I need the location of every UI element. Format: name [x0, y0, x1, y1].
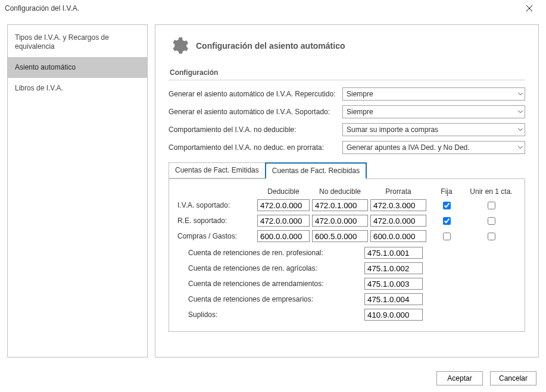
config-select-value-3: Generar apuntes a IVA Ded. y No Ded. [347, 143, 470, 152]
sidebar-item-libros-iva[interactable]: Libros de I.V.A. [8, 78, 147, 99]
grid-header-1: Deducible [257, 187, 310, 196]
config-select-0[interactable]: Siempre [342, 87, 525, 101]
sidebar-item-asiento-automatico[interactable]: Asiento automático [8, 57, 147, 78]
chevron-down-icon [518, 146, 523, 149]
grid-input-0-prorrata[interactable] [370, 199, 426, 211]
grid-row-label-0: I.V.A. soportado: [177, 201, 255, 209]
grid-input-1-noDeducible[interactable] [312, 215, 368, 227]
grid-input-2-prorrata[interactable] [370, 230, 426, 242]
grid-input-1-deducible[interactable] [257, 215, 310, 227]
window-title: Configuración del I.V.A. [5, 4, 517, 12]
ret-label-0: Cuenta de retenciones de ren. profesiona… [177, 249, 356, 257]
ret-input-3[interactable] [364, 293, 423, 305]
config-select-value-2: Sumar su importe a compras [347, 126, 438, 134]
grid-header-2: No deducible [312, 187, 368, 196]
config-label-3: Comportamiento del I.V.A. no deduc. en p… [169, 143, 336, 152]
ret-input-4[interactable] [364, 309, 423, 321]
chevron-down-icon [518, 93, 523, 96]
tab-cuentas-fact-recibidas[interactable]: Cuentas de Fact. Recibidas [265, 162, 367, 179]
ret-label-3: Cuenta de retenciones de empresarios: [177, 295, 356, 303]
grid-input-1-prorrata[interactable] [370, 215, 426, 227]
grid-checkbox-0-fija[interactable] [443, 202, 451, 209]
grid-header-3: Prorrata [370, 187, 426, 196]
ret-label-1: Cuenta de retenciones de ren. agrícolas: [177, 264, 356, 272]
close-button[interactable] [517, 0, 541, 17]
tab-cuentas-fact-emitidas[interactable]: Cuentas de Fact. Emitidas [169, 162, 266, 178]
gear-icon [169, 36, 189, 56]
grid-checkbox-2-unir[interactable] [488, 233, 495, 240]
sidebar: Tipos de I.V.A. y Recargos de equivalenc… [7, 24, 148, 357]
grid-checkbox-1-fija[interactable] [443, 217, 451, 225]
sidebar-item-tipos-iva[interactable]: Tipos de I.V.A. y Recargos de equivalenc… [8, 27, 147, 57]
config-select-value-0: Siempre [347, 90, 373, 98]
grid-checkbox-1-unir[interactable] [488, 217, 495, 225]
config-select-2[interactable]: Sumar su importe a compras [342, 123, 525, 136]
config-label-2: Comportamiento del I.V.A. no deducible: [169, 126, 336, 134]
config-select-value-1: Siempre [347, 108, 373, 116]
ret-input-0[interactable] [364, 247, 423, 259]
grid-input-2-deducible[interactable] [257, 230, 310, 242]
section-title-configuracion: Configuración [169, 65, 525, 80]
grid-header-4: Fija [429, 187, 464, 196]
close-icon [526, 5, 533, 12]
grid-row-label-2: Compras / Gastos: [177, 232, 255, 240]
tabs: Cuentas de Fact. Emitidas Cuentas de Fac… [169, 162, 525, 179]
cancel-button[interactable]: Cancelar [490, 371, 536, 385]
config-label-1: Generar el asiento automático de I.V.A. … [169, 108, 336, 116]
chevron-down-icon [518, 111, 523, 114]
grid-row-label-1: R.E. soportado: [177, 217, 255, 225]
config-select-1[interactable]: Siempre [342, 105, 525, 118]
chevron-down-icon [518, 128, 523, 131]
grid-input-0-noDeducible[interactable] [312, 199, 368, 211]
ret-input-2[interactable] [364, 278, 423, 290]
ret-label-4: Suplidos: [177, 311, 356, 319]
ret-label-2: Cuenta de retenciones de arrendamientos: [177, 280, 356, 288]
grid-checkbox-2-fija[interactable] [443, 233, 451, 240]
grid-input-2-noDeducible[interactable] [312, 230, 368, 242]
config-select-3[interactable]: Generar apuntes a IVA Ded. y No Ded. [342, 141, 525, 154]
main-panel: Configuración del asiento automático Con… [155, 24, 539, 357]
grid-input-0-deducible[interactable] [257, 199, 310, 211]
grid-checkbox-0-unir[interactable] [488, 202, 495, 209]
config-label-0: Generar el asiento automático de I.V.A. … [169, 90, 336, 98]
grid-header-5: Unir en 1 cta. [467, 187, 516, 196]
ret-input-1[interactable] [364, 262, 423, 274]
tab-panel-recibidas: DeducibleNo deducibleProrrataFijaUnir en… [169, 179, 525, 332]
accept-button[interactable]: Aceptar [436, 371, 483, 385]
page-title: Configuración del asiento automático [196, 41, 345, 51]
